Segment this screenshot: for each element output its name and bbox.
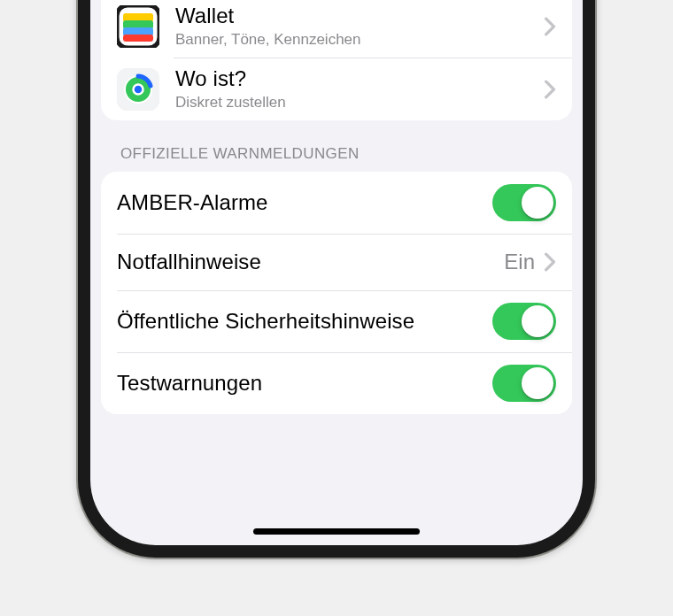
- wallet-icon: [117, 5, 159, 48]
- iphone-screen: Wallet Banner, Töne, Kennzeichen: [90, 0, 583, 545]
- row-text: Wallet Banner, Töne, Kennzeichen: [175, 4, 544, 49]
- row-value: Ein: [504, 250, 535, 274]
- alerts-group: AMBER-Alarme Notfallhinweise Ein: [101, 172, 572, 414]
- row-wallet[interactable]: Wallet Banner, Töne, Kennzeichen: [101, 0, 572, 58]
- section-header-government-alerts: Offizielle Warnmeldungen: [101, 120, 572, 172]
- chevron-right-icon: [544, 252, 556, 272]
- row-public-safety-alerts: Öffentliche Sicherheitshinweise: [101, 290, 572, 352]
- chevron-right-icon: [544, 80, 556, 99]
- row-title: Wallet: [175, 4, 544, 29]
- row-title: Wo ist?: [175, 66, 544, 92]
- row-title: Notfallhinweise: [117, 250, 504, 275]
- svg-rect-5: [123, 35, 153, 42]
- toggle-knob: [522, 367, 553, 399]
- screenshot-stage: Wallet Banner, Töne, Kennzeichen: [0, 0, 673, 616]
- apps-group: Wallet Banner, Töne, Kennzeichen: [101, 0, 572, 120]
- row-amber-alerts: AMBER-Alarme: [101, 172, 572, 234]
- row-emergency-alerts[interactable]: Notfallhinweise Ein: [101, 234, 572, 290]
- home-indicator[interactable]: [253, 528, 420, 535]
- toggle-knob: [522, 305, 553, 337]
- toggle-public-safety-alerts[interactable]: [492, 303, 556, 340]
- row-text: Wo ist? Diskret zustellen: [175, 66, 544, 112]
- toggle-knob: [522, 187, 553, 219]
- chevron-right-icon: [544, 17, 556, 36]
- row-title: Öffentliche Sicherheitshinweise: [117, 309, 492, 335]
- row-title: Testwarnungen: [117, 371, 492, 397]
- row-title: AMBER-Alarme: [117, 190, 492, 216]
- toggle-test-alerts[interactable]: [492, 365, 556, 402]
- iphone-frame: Wallet Banner, Töne, Kennzeichen: [78, 0, 595, 558]
- row-test-alerts: Testwarnungen: [101, 352, 572, 414]
- settings-content: Wallet Banner, Töne, Kennzeichen: [101, 0, 572, 414]
- row-subtitle: Diskret zustellen: [175, 93, 544, 112]
- row-findmy[interactable]: Wo ist? Diskret zustellen: [101, 58, 572, 120]
- findmy-icon: [117, 68, 159, 111]
- toggle-amber-alerts[interactable]: [492, 184, 556, 221]
- row-subtitle: Banner, Töne, Kennzeichen: [175, 30, 544, 49]
